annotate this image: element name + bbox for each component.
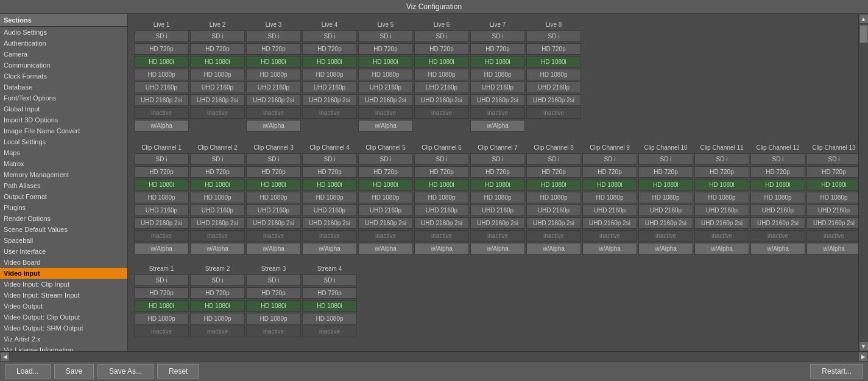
- stream-format-btn-2-1[interactable]: HD 720p: [246, 287, 301, 299]
- live-format-btn-7-6[interactable]: inactive: [526, 107, 581, 119]
- scroll-up-btn[interactable]: ▲: [859, 14, 869, 24]
- live-format-btn-2-1[interactable]: HD 720p: [246, 43, 301, 55]
- live-format-btn-2-6[interactable]: inactive: [246, 107, 301, 119]
- live-format-btn-7-1[interactable]: HD 720p: [526, 43, 581, 55]
- clip-format-btn-9-4[interactable]: UHD 2160p: [638, 204, 693, 216]
- clip-format-btn-12-0[interactable]: SD i: [806, 153, 858, 165]
- clip-format-btn-12-4[interactable]: UHD 2160p: [806, 204, 858, 216]
- sidebar-item-matrox[interactable]: Matrox: [0, 158, 127, 169]
- reset-button[interactable]: Reset: [157, 364, 199, 379]
- clip-format-btn-11-5[interactable]: UHD 2160p 2si: [750, 217, 805, 229]
- clip-format-btn-0-4[interactable]: UHD 2160p: [134, 204, 189, 216]
- clip-format-btn-6-3[interactable]: HD 1080p: [470, 192, 525, 203]
- clip-format-btn-4-4[interactable]: UHD 2160p: [358, 204, 413, 216]
- clip-format-btn-4-5[interactable]: UHD 2160p 2si: [358, 217, 413, 229]
- clip-format-btn-2-3[interactable]: HD 1080p: [246, 192, 301, 203]
- live-format-btn-5-0[interactable]: SD i: [414, 30, 469, 42]
- clip-format-btn-6-2[interactable]: HD 1080i: [470, 179, 525, 190]
- clip-format-btn-10-4[interactable]: UHD 2160p: [694, 204, 749, 216]
- clip-format-btn-5-7[interactable]: w/Alpha: [414, 243, 469, 254]
- live-format-btn-3-2[interactable]: HD 1080i: [302, 56, 357, 68]
- sidebar-item-video-input-stream-input[interactable]: Video Input: Stream Input: [0, 290, 127, 301]
- live-format-btn-4-5[interactable]: UHD 2160p 2si: [358, 94, 413, 106]
- clip-format-btn-9-3[interactable]: HD 1080p: [638, 192, 693, 203]
- stream-format-btn-3-3[interactable]: HD 1080p: [302, 313, 357, 324]
- sidebar-item-authentication[interactable]: Authentication: [0, 38, 127, 49]
- clip-format-btn-7-2[interactable]: HD 1080i: [526, 179, 581, 190]
- sidebar-item-video-output-clip-output[interactable]: Video Output: Clip Output: [0, 312, 127, 323]
- clip-format-btn-4-7[interactable]: w/Alpha: [358, 243, 413, 254]
- stream-format-btn-1-4[interactable]: inactive: [190, 326, 245, 337]
- clip-format-btn-7-1[interactable]: HD 720p: [526, 166, 581, 178]
- sidebar-item-database[interactable]: Database: [0, 82, 127, 93]
- clip-format-btn-3-2[interactable]: HD 1080i: [302, 179, 357, 190]
- clip-format-btn-8-1[interactable]: HD 720p: [582, 166, 637, 178]
- clip-format-btn-8-4[interactable]: UHD 2160p: [582, 204, 637, 216]
- scroll-left-btn[interactable]: ◀: [0, 352, 10, 362]
- live-format-btn-1-3[interactable]: HD 1080p: [190, 69, 245, 80]
- stream-format-btn-1-2[interactable]: HD 1080i: [190, 300, 245, 312]
- clip-format-btn-5-1[interactable]: HD 720p: [414, 166, 469, 178]
- clip-format-btn-12-5[interactable]: UHD 2160p 2si: [806, 217, 858, 229]
- clip-format-btn-11-1[interactable]: HD 720p: [750, 166, 805, 178]
- clip-format-btn-8-5[interactable]: UHD 2160p 2si: [582, 217, 637, 229]
- clip-format-btn-6-1[interactable]: HD 720p: [470, 166, 525, 178]
- clip-format-btn-1-1[interactable]: HD 720p: [190, 166, 245, 178]
- save-button[interactable]: Save: [54, 364, 94, 379]
- live-format-btn-3-4[interactable]: UHD 2160p: [302, 82, 357, 93]
- clip-format-btn-9-0[interactable]: SD i: [638, 153, 693, 165]
- clip-format-btn-7-0[interactable]: SD i: [526, 153, 581, 165]
- live-format-btn-0-6[interactable]: inactive: [134, 107, 189, 119]
- clip-format-btn-5-2[interactable]: HD 1080i: [414, 179, 469, 190]
- clip-format-btn-2-6[interactable]: inactive: [246, 230, 301, 242]
- clip-format-btn-5-4[interactable]: UHD 2160p: [414, 204, 469, 216]
- clip-format-btn-2-7[interactable]: w/Alpha: [246, 243, 301, 254]
- live-walpha-btn-6[interactable]: w/Alpha: [470, 120, 525, 131]
- live-format-btn-4-3[interactable]: HD 1080p: [358, 69, 413, 80]
- sidebar-item-viz-artist-2x[interactable]: Viz Artist 2.x: [0, 334, 127, 344]
- clip-format-btn-10-7[interactable]: w/Alpha: [694, 243, 749, 254]
- sidebar-item-local-settings[interactable]: Local Settings: [0, 136, 127, 147]
- stream-format-btn-0-2[interactable]: HD 1080i: [134, 300, 189, 312]
- clip-format-btn-8-2[interactable]: HD 1080i: [582, 179, 637, 190]
- clip-format-btn-1-6[interactable]: inactive: [190, 230, 245, 242]
- sidebar-item-user-interface[interactable]: User Interface: [0, 246, 127, 257]
- live-format-btn-5-3[interactable]: HD 1080p: [414, 69, 469, 80]
- live-format-btn-2-0[interactable]: SD i: [246, 30, 301, 42]
- live-format-btn-1-0[interactable]: SD i: [190, 30, 245, 42]
- clip-format-btn-3-5[interactable]: UHD 2160p 2si: [302, 217, 357, 229]
- stream-format-btn-3-1[interactable]: HD 720p: [302, 287, 357, 299]
- live-format-btn-1-1[interactable]: HD 720p: [190, 43, 245, 55]
- live-format-btn-0-4[interactable]: UHD 2160p: [134, 82, 189, 93]
- sidebar-item-scene-default-values[interactable]: Scene Default Values: [0, 224, 127, 235]
- clip-format-btn-0-5[interactable]: UHD 2160p 2si: [134, 217, 189, 229]
- stream-format-btn-0-0[interactable]: SD i: [134, 274, 189, 286]
- clip-format-btn-11-4[interactable]: UHD 2160p: [750, 204, 805, 216]
- live-format-btn-3-1[interactable]: HD 720p: [302, 43, 357, 55]
- live-format-btn-7-3[interactable]: HD 1080p: [526, 69, 581, 80]
- clip-format-btn-7-3[interactable]: HD 1080p: [526, 192, 581, 203]
- clip-format-btn-3-0[interactable]: SD i: [302, 153, 357, 165]
- sidebar-item-plugins[interactable]: Plugins: [0, 202, 127, 213]
- live-format-btn-5-2[interactable]: HD 1080i: [414, 56, 469, 68]
- live-format-btn-0-2[interactable]: HD 1080i: [134, 56, 189, 68]
- live-format-btn-2-2[interactable]: HD 1080i: [246, 56, 301, 68]
- clip-format-btn-3-1[interactable]: HD 720p: [302, 166, 357, 178]
- clip-format-btn-10-6[interactable]: inactive: [694, 230, 749, 242]
- stream-format-btn-1-3[interactable]: HD 1080p: [190, 313, 245, 324]
- clip-format-btn-4-1[interactable]: HD 720p: [358, 166, 413, 178]
- clip-format-btn-11-7[interactable]: w/Alpha: [750, 243, 805, 254]
- clip-format-btn-5-3[interactable]: HD 1080p: [414, 192, 469, 203]
- clip-format-btn-10-0[interactable]: SD i: [694, 153, 749, 165]
- clip-format-btn-12-2[interactable]: HD 1080i: [806, 179, 858, 190]
- sidebar-item-font-text-options[interactable]: Font/Text Options: [0, 93, 127, 103]
- clip-format-btn-9-7[interactable]: w/Alpha: [638, 243, 693, 254]
- clip-format-btn-0-0[interactable]: SD i: [134, 153, 189, 165]
- clip-format-btn-11-2[interactable]: HD 1080i: [750, 179, 805, 190]
- stream-format-btn-2-2[interactable]: HD 1080i: [246, 300, 301, 312]
- clip-format-btn-0-6[interactable]: inactive: [134, 230, 189, 242]
- stream-format-btn-3-0[interactable]: SD i: [302, 274, 357, 286]
- clip-format-btn-9-6[interactable]: inactive: [638, 230, 693, 242]
- live-format-btn-3-5[interactable]: UHD 2160p 2si: [302, 94, 357, 106]
- clip-format-btn-5-0[interactable]: SD i: [414, 153, 469, 165]
